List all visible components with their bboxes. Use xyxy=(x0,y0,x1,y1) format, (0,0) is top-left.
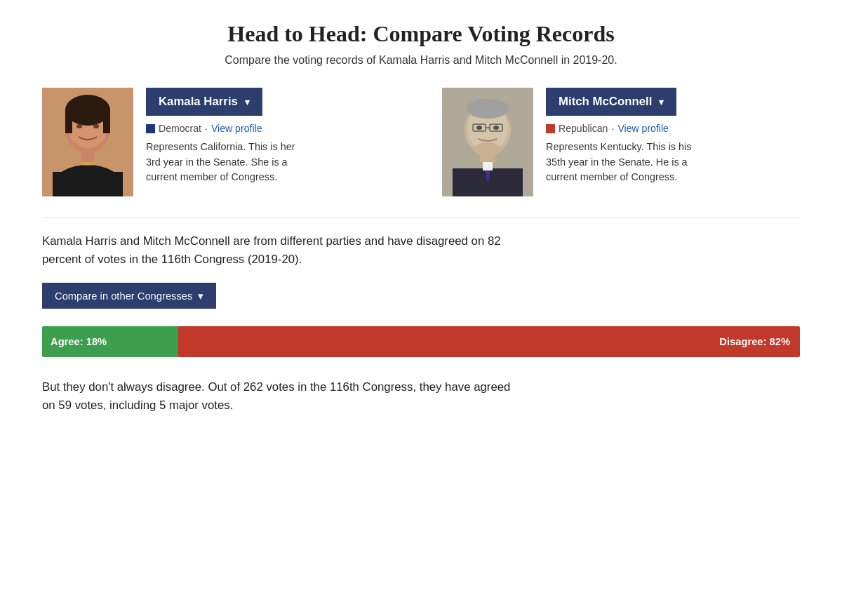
svg-point-17 xyxy=(493,126,499,130)
dot-separator-2: · xyxy=(611,123,614,134)
divider xyxy=(42,217,800,218)
profiles-row: Kamala Harris ▾ Democrat · View profile … xyxy=(42,88,800,196)
chevron-icon-1: ▾ xyxy=(245,97,250,107)
bio-text-1: Represents California. This is her 3rd y… xyxy=(146,140,300,185)
svg-point-6 xyxy=(76,124,82,128)
party-line-1: Democrat · View profile xyxy=(146,123,400,134)
photo-mitch xyxy=(442,88,533,196)
agree-label: Agree: 18% xyxy=(51,336,107,347)
party-color-2 xyxy=(546,124,555,133)
compare-btn-label: Compare in other Congresses xyxy=(55,290,192,302)
svg-point-7 xyxy=(93,124,99,128)
svg-rect-4 xyxy=(65,109,72,133)
name-button-2[interactable]: Mitch McConnell ▾ xyxy=(546,88,676,116)
page-title: Head to Head: Compare Voting Records xyxy=(42,21,800,47)
name-label-1: Kamala Harris xyxy=(159,95,238,109)
comparison-summary: Kamala Harris and Mitch McConnell are fr… xyxy=(42,232,533,269)
bio-text-2: Represents Kentucky. This is his 35th ye… xyxy=(546,140,700,185)
compare-congresses-button[interactable]: Compare in other Congresses ▾ xyxy=(42,283,216,309)
profile-info-2: Mitch McConnell ▾ Republican · View prof… xyxy=(546,88,800,185)
bottom-text: But they don't always disagree. Out of 2… xyxy=(42,378,519,415)
svg-rect-22 xyxy=(480,149,495,162)
party-label-1: Democrat xyxy=(159,123,201,134)
party-line-2: Republican · View profile xyxy=(546,123,800,134)
compare-btn-chevron: ▾ xyxy=(198,290,203,302)
svg-rect-9 xyxy=(53,172,123,196)
profile-block-2: Mitch McConnell ▾ Republican · View prof… xyxy=(442,88,800,196)
dot-separator-1: · xyxy=(205,123,208,134)
svg-rect-5 xyxy=(103,109,110,133)
page-subtitle: Compare the voting records of Kamala Har… xyxy=(42,54,800,67)
name-label-2: Mitch McConnell xyxy=(559,95,652,109)
party-label-2: Republican xyxy=(559,123,608,134)
profile-info-1: Kamala Harris ▾ Democrat · View profile … xyxy=(146,88,400,185)
agree-disagree-bar: Agree: 18% Disagree: 82% xyxy=(42,326,800,357)
svg-point-11 xyxy=(79,161,96,166)
disagree-label: Disagree: 82% xyxy=(719,336,790,347)
disagree-bar: Disagree: 82% xyxy=(178,326,800,357)
svg-rect-25 xyxy=(483,162,493,170)
chevron-icon-2: ▾ xyxy=(659,97,664,107)
agree-bar: Agree: 18% xyxy=(42,326,178,357)
view-profile-link-1[interactable]: View profile xyxy=(211,123,262,134)
svg-point-16 xyxy=(476,126,482,130)
svg-point-15 xyxy=(467,99,509,119)
name-button-1[interactable]: Kamala Harris ▾ xyxy=(146,88,262,116)
photo-kamala xyxy=(42,88,133,196)
profile-block-1: Kamala Harris ▾ Democrat · View profile … xyxy=(42,88,400,196)
party-color-1 xyxy=(146,124,155,133)
svg-rect-10 xyxy=(81,149,94,162)
view-profile-link-2[interactable]: View profile xyxy=(617,123,669,134)
